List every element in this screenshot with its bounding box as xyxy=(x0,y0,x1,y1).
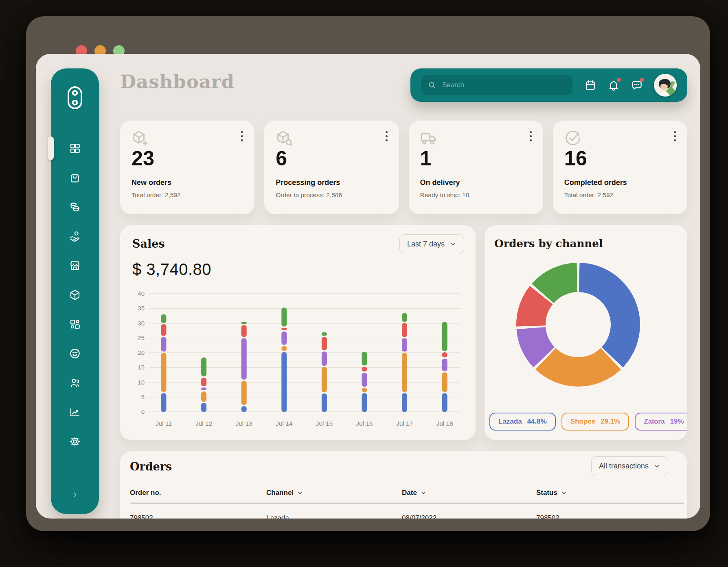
column-header-status[interactable]: Status xyxy=(536,489,683,497)
legend-label: Lazada xyxy=(498,418,522,426)
stat-value: 16 xyxy=(564,147,588,170)
trend-chart-icon xyxy=(69,406,81,418)
sales-amount: $ 3,740.80 xyxy=(132,260,211,279)
sidebar-item-customers[interactable] xyxy=(69,377,81,389)
legend-chip-shopee[interactable]: Shopee 29.1% xyxy=(561,413,629,431)
column-header-order-no: Order no. xyxy=(130,489,266,497)
stat-value: 23 xyxy=(132,147,155,170)
page-title: Dashboard xyxy=(120,71,235,92)
legend-chip-lazada[interactable]: Lazada 44.8% xyxy=(489,413,556,431)
table-divider xyxy=(130,503,684,503)
sort-chevron-icon xyxy=(561,490,567,496)
transactions-filter-dropdown[interactable]: All transactions xyxy=(591,456,668,476)
transactions-filter-label: All transactions xyxy=(599,462,649,470)
column-header-date[interactable]: Date xyxy=(402,489,536,497)
svg-text:Jul 17: Jul 17 xyxy=(396,420,413,427)
stat-value: 1 xyxy=(420,147,432,170)
svg-text:Jul 15: Jul 15 xyxy=(316,420,333,427)
sidebar-item-payouts[interactable] xyxy=(69,230,81,242)
shopping-bag-icon xyxy=(69,171,81,184)
card-menu-button[interactable] xyxy=(241,131,243,141)
card-menu-button[interactable] xyxy=(674,131,676,141)
check-circle-icon xyxy=(564,129,582,147)
card-menu-button[interactable] xyxy=(386,131,388,141)
topbar xyxy=(410,68,687,102)
channel-title: Orders by channel xyxy=(494,237,603,250)
sales-range-label: Last 7 days xyxy=(407,240,445,248)
orders-table-header: Order no. Channel Date Status xyxy=(130,489,683,497)
orders-card: Orders All transactions Order no. Channe… xyxy=(120,451,687,519)
stat-card-processing: 6 Processing orders Order to process: 2,… xyxy=(264,121,399,214)
sidebar-expand-button[interactable] xyxy=(51,490,99,500)
sidebar-item-revenue[interactable] xyxy=(69,201,81,213)
sort-chevron-icon xyxy=(421,490,426,496)
truck-icon xyxy=(419,129,438,147)
sidebar-item-products[interactable] xyxy=(69,289,81,301)
hand-coin-icon xyxy=(69,230,81,242)
box-plus-icon xyxy=(131,129,149,147)
sales-bar-chart: 0510152025303540Jul 11Jul 12Jul 13Jul 14… xyxy=(129,280,464,433)
stat-card-on-delivery: 1 On delivery Ready to ship: 18 xyxy=(409,121,543,214)
stat-subtext: Order to process: 2,586 xyxy=(276,191,342,199)
svg-text:5: 5 xyxy=(141,393,145,400)
users-icon xyxy=(69,377,81,389)
svg-text:35: 35 xyxy=(138,305,145,312)
orders-title: Orders xyxy=(130,460,172,473)
cell-status: 798502 xyxy=(536,511,683,519)
sidebar-item-analytics[interactable] xyxy=(69,406,81,418)
svg-text:0: 0 xyxy=(141,408,145,415)
stat-subtext: Ready to ship: 18 xyxy=(420,191,469,199)
svg-text:30: 30 xyxy=(138,320,145,327)
sidebar-item-integrations[interactable] xyxy=(69,318,81,330)
stat-label: New orders xyxy=(132,178,171,187)
legend-chip-zalora[interactable]: Zalora 19% xyxy=(635,413,687,431)
search-input[interactable] xyxy=(441,81,566,90)
smiley-icon xyxy=(69,347,81,360)
legend-pct: 44.8% xyxy=(527,418,547,426)
app-window: Dashboard xyxy=(26,16,710,531)
app-logo-icon xyxy=(51,85,99,111)
sidebar-item-dashboard[interactable] xyxy=(69,142,81,154)
gear-icon xyxy=(69,435,81,448)
orders-by-channel-card: Orders by channel Lazada 44.8% Shopee 29… xyxy=(485,225,687,440)
sales-range-dropdown[interactable]: Last 7 days xyxy=(399,234,464,254)
avatar[interactable] xyxy=(654,74,677,97)
column-header-channel[interactable]: Channel xyxy=(266,489,402,497)
modules-icon xyxy=(69,318,81,330)
notifications-button[interactable] xyxy=(607,79,620,91)
search-box[interactable] xyxy=(421,75,572,95)
sales-title: Sales xyxy=(132,237,165,250)
legend-pct: 29.1% xyxy=(601,418,620,426)
stat-cards-row: 23 New orders Total order: 2,592 6 Proce… xyxy=(120,121,687,214)
svg-text:Jul 16: Jul 16 xyxy=(356,420,373,427)
stat-label: On delivery xyxy=(420,178,460,187)
cell-channel: Lazada xyxy=(266,511,402,519)
svg-text:Jul 13: Jul 13 xyxy=(236,420,252,427)
card-menu-button[interactable] xyxy=(530,131,532,141)
sidebar xyxy=(51,68,99,514)
table-row[interactable]: 798502 Lazada 08/07/2022 798502 xyxy=(130,511,683,519)
stat-card-completed: 16 Completed orders Total order: 2,592 xyxy=(553,121,687,214)
svg-text:15: 15 xyxy=(138,364,145,371)
package-box-icon xyxy=(69,289,81,301)
sidebar-item-reviews[interactable] xyxy=(69,347,81,360)
calendar-icon xyxy=(584,79,596,91)
storefront-icon xyxy=(69,259,81,272)
stat-label: Completed orders xyxy=(564,178,627,187)
dashboard-grid-icon xyxy=(69,142,81,154)
sidebar-nav xyxy=(51,142,99,448)
legend-pct: 19% xyxy=(670,418,684,426)
stat-label: Processing orders xyxy=(276,178,340,187)
sidebar-item-orders[interactable] xyxy=(69,171,81,184)
sidebar-item-settings[interactable] xyxy=(69,435,81,448)
svg-text:10: 10 xyxy=(138,379,145,386)
messages-button[interactable] xyxy=(631,79,643,91)
calendar-button[interactable] xyxy=(584,79,596,91)
legend-label: Zalora xyxy=(644,418,664,426)
sales-card: Sales Last 7 days $ 3,740.80 05101520253… xyxy=(120,225,476,440)
sidebar-item-store[interactable] xyxy=(69,259,81,272)
chevron-down-icon xyxy=(450,241,456,248)
channel-legend: Lazada 44.8% Shopee 29.1% Zalora 19% Bo xyxy=(489,413,687,431)
box-search-icon xyxy=(275,129,294,147)
cell-date: 08/07/2022 xyxy=(402,511,536,519)
